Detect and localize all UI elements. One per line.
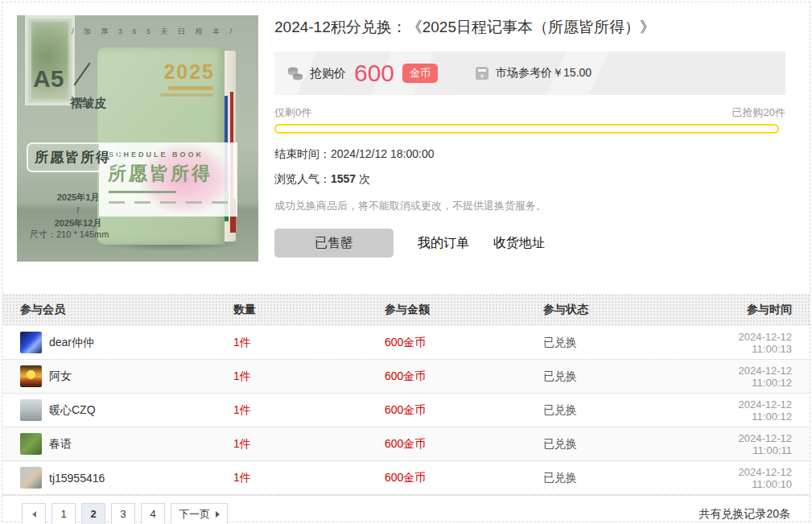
cover-year-text: 2025 (163, 60, 215, 84)
price-value: 600 (354, 61, 394, 85)
avatar (20, 399, 42, 421)
quantity-cell: 1件 (233, 403, 385, 418)
cover-tagline-bar (109, 191, 176, 193)
coin-unit-badge: 金币 (402, 64, 438, 83)
material-label: 褶皱皮 (70, 96, 106, 111)
header-quantity: 数量 (233, 303, 385, 317)
notebook-illustration: 2025 SCHEDULE BOOK 所愿皆所得 (97, 47, 242, 245)
avatar (20, 365, 42, 387)
cover-subtitle-bar (160, 93, 213, 97)
market-price-label: 市场参考价￥15.00 (496, 66, 591, 80)
page-title: 2024-12积分兑换：《2025日程记事本（所愿皆所得）》 (274, 17, 785, 38)
stock-row: 仅剩0件 已抢购20件 (274, 105, 785, 120)
quantity-cell: 1件 (233, 437, 385, 452)
date-to: 2025年12月 (55, 218, 102, 228)
status-cell: 已兑换 (543, 437, 704, 452)
pagination-bar: 1 2 3 4 下一页 共有兑换记录20条 (2, 495, 810, 524)
slash-decor (73, 63, 90, 86)
sold-count: 已抢购20件 (732, 105, 785, 120)
amount-cell: 600金币 (385, 403, 543, 418)
header-amount: 参与金额 (385, 303, 543, 317)
amount-cell: 600金币 (385, 437, 543, 452)
views-label: 浏览人气： (274, 172, 331, 185)
quantity-cell: 1件 (233, 369, 385, 384)
prev-page-button[interactable] (22, 503, 46, 524)
page-button-2-current[interactable]: 2 (81, 503, 105, 524)
member-name: 阿女 (49, 369, 72, 384)
avatar (20, 467, 42, 489)
cover-white-band: SCHEDULE BOOK 所愿皆所得 (99, 142, 237, 217)
header-member: 参与会员 (2, 303, 233, 317)
svg-text:¥: ¥ (480, 72, 484, 80)
header-time: 参与时间 (704, 303, 810, 317)
size-label: A5 (33, 65, 64, 93)
cover-subtitle-bar (168, 86, 213, 90)
arrow-right-icon (216, 511, 220, 518)
date-separator: / (41, 204, 115, 217)
time-cell: 2024-12-12 11:00:12 (704, 398, 810, 423)
end-time-label: 结束时间： (274, 147, 331, 160)
arrow-left-icon (32, 511, 36, 518)
product-image: / 加 厚 3 6 5 天 日 程 本 / 2025 SCHEDULE BOOK… (17, 15, 258, 262)
exchange-notice: 成功兑换商品后，将不能取消或更改，不提供退换货服务。 (274, 199, 785, 213)
status-cell: 已兑换 (543, 403, 704, 418)
time-cell: 2024-12-12 11:00:11 (704, 432, 810, 456)
quantity-cell: 1件 (233, 471, 385, 485)
views-value: 1557 (331, 172, 356, 185)
market-price-icon: ¥ (475, 66, 489, 80)
participants-table: 参与会员 数量 参与金额 参与状态 参与时间 dear仲仲 1件 600金币 已… (2, 294, 810, 495)
next-page-button[interactable]: 下一页 (171, 503, 228, 524)
amount-cell: 600金币 (385, 336, 543, 350)
amount-cell: 600金币 (385, 471, 543, 485)
avatar (20, 433, 42, 455)
table-row: 阿女 1件 600金币 已兑换 2024-12-12 11:00:12 (2, 360, 810, 394)
photo-top-caption: / 加 厚 3 6 5 天 日 程 本 / (65, 27, 242, 37)
date-from: 2025年1月 (57, 192, 100, 202)
end-time-row: 结束时间：2024/12/12 18:00:00 (274, 147, 785, 162)
member-name: dear仲仲 (49, 336, 94, 350)
dimensions-label: 尺寸：210 * 145mm (30, 229, 109, 241)
cover-series-text: SCHEDULE BOOK (109, 151, 237, 159)
views-suffix: 次 (359, 172, 370, 185)
table-row: 春语 1件 600金币 已兑换 2024-12-12 11:00:11 (2, 427, 810, 461)
stock-progress-bar (274, 124, 779, 134)
sold-out-button[interactable]: 已售罄 (274, 229, 394, 258)
cover-smalltext-bars (109, 201, 237, 204)
member-name: tj15955416 (49, 472, 105, 485)
remaining-count: 仅剩0件 (274, 105, 311, 120)
total-records-label: 共有兑换记录20条 (699, 507, 790, 522)
header-status: 参与状态 (543, 303, 704, 317)
member-name: 春语 (49, 437, 72, 452)
quantity-cell: 1件 (233, 336, 385, 350)
market-price-group: ¥ 市场参考价￥15.00 (475, 66, 591, 80)
time-cell: 2024-12-12 11:00:10 (704, 466, 810, 490)
product-section: / 加 厚 3 6 5 天 日 程 本 / 2025 SCHEDULE BOOK… (2, 2, 810, 284)
page-button-1[interactable]: 1 (52, 503, 76, 524)
my-orders-link[interactable]: 我的订单 (418, 235, 469, 252)
action-buttons: 已售罄 我的订单 收货地址 (274, 229, 785, 258)
status-cell: 已兑换 (543, 369, 704, 384)
price-label: 抢购价 (310, 66, 346, 81)
slogan-box: 所愿皆所得 (27, 142, 119, 172)
page-container: / 加 厚 3 6 5 天 日 程 本 / 2025 SCHEDULE BOOK… (2, 2, 810, 522)
status-cell: 已兑换 (543, 336, 704, 350)
table-row: tj15955416 1件 600金币 已兑换 2024-12-12 11:00… (2, 461, 810, 495)
product-info: 2024-12积分兑换：《2025日程记事本（所愿皆所得）》 抢购价 600 金… (274, 15, 795, 284)
table-header-row: 参与会员 数量 参与金额 参与状态 参与时间 (2, 294, 810, 326)
table-row: dear仲仲 1件 600金币 已兑换 2024-12-12 11:00:13 (2, 326, 810, 360)
amount-cell: 600金币 (385, 369, 543, 384)
time-cell: 2024-12-12 11:00:13 (704, 331, 810, 355)
date-range: 2025年1月 / 2025年12月 (41, 191, 115, 229)
size-annotation: A5 褶皱皮 (33, 65, 113, 93)
coins-icon (287, 66, 303, 80)
status-cell: 已兑换 (543, 471, 704, 485)
end-time-value: 2024/12/12 18:00:00 (331, 147, 434, 160)
page-button-4[interactable]: 4 (141, 503, 165, 524)
pager: 1 2 3 4 下一页 (22, 503, 233, 524)
page-button-3[interactable]: 3 (111, 503, 135, 524)
member-name: 暖心CZQ (49, 403, 96, 418)
shipping-address-link[interactable]: 收货地址 (493, 235, 545, 252)
cover-slogan-text: 所愿皆所得 (108, 161, 237, 186)
table-row: 暖心CZQ 1件 600金币 已兑换 2024-12-12 11:00:12 (2, 394, 810, 427)
next-page-label: 下一页 (179, 507, 210, 522)
